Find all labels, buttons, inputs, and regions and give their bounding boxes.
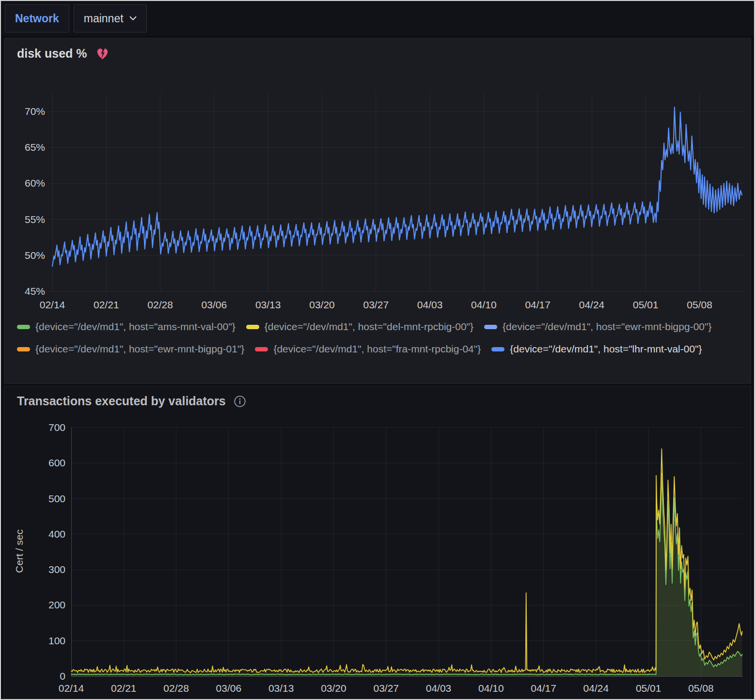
svg-text:02/21: 02/21 <box>94 299 119 310</box>
transactions-chart: 010020030040050060070002/1402/2102/2803/… <box>4 415 752 700</box>
svg-text:70%: 70% <box>25 106 45 117</box>
info-icon[interactable] <box>234 395 246 408</box>
svg-text:300: 300 <box>48 564 65 575</box>
network-variable-label: Network <box>5 4 69 32</box>
x-tick-labels: 02/1402/2102/2803/0603/1303/2003/2704/03… <box>40 299 712 310</box>
svg-text:02/14: 02/14 <box>40 299 65 310</box>
svg-text:65%: 65% <box>25 142 45 153</box>
legend-label: {device="/dev/md1", host="ewr-mnt-bigpg-… <box>503 321 711 333</box>
series-area <box>71 473 742 676</box>
legend-item[interactable]: {device="/dev/md1", host="ewr-mnt-bigpg-… <box>484 316 711 338</box>
svg-text:45%: 45% <box>25 286 45 297</box>
svg-text:03/27: 03/27 <box>373 683 399 694</box>
svg-text:60%: 60% <box>25 177 45 189</box>
broken-heart-icon <box>95 46 110 61</box>
svg-text:04/10: 04/10 <box>471 299 497 310</box>
svg-text:03/06: 03/06 <box>202 299 227 310</box>
y-tick-labels: 45%50%55%60%65%70% <box>25 106 45 297</box>
network-value-text: mainnet <box>84 12 124 25</box>
x-grid <box>52 93 700 291</box>
svg-text:50%: 50% <box>25 250 45 261</box>
svg-text:02/21: 02/21 <box>111 683 137 694</box>
svg-text:03/20: 03/20 <box>309 299 335 310</box>
legend-item[interactable]: {device="/dev/md1", host="del-mnt-rpcbig… <box>246 316 473 338</box>
toolbar: Network mainnet <box>1 1 754 36</box>
disk-used-legend: {device="/dev/md1", host="ams-mnt-val-00… <box>17 316 741 360</box>
legend-swatch-icon <box>17 325 30 329</box>
axis-lines <box>71 428 743 676</box>
svg-text:03/20: 03/20 <box>321 683 346 694</box>
panel-disk-used-header: disk used % <box>17 46 110 61</box>
disk-used-chart: 45%50%55%60%65%70%02/1402/2102/2803/0603… <box>4 84 752 314</box>
svg-text:04/24: 04/24 <box>583 683 609 694</box>
legend-label: {device="/dev/md1", host="del-mnt-rpcbig… <box>265 321 473 333</box>
y-axis-label: Cert / sec <box>14 529 25 573</box>
svg-text:04/24: 04/24 <box>579 299 605 310</box>
legend-label: {device="/dev/md1", host="fra-mnt-rpcbig… <box>273 343 481 355</box>
svg-text:05/08: 05/08 <box>688 683 714 694</box>
panel-disk-used: disk used % 45%50%55%60%65%70%02/1402/21… <box>4 38 751 384</box>
series-area <box>71 449 742 676</box>
svg-text:03/27: 03/27 <box>363 299 389 310</box>
svg-text:03/13: 03/13 <box>255 299 281 310</box>
svg-text:0: 0 <box>60 670 65 682</box>
y-tick-labels: 0100200300400500600700 <box>48 422 65 682</box>
svg-text:02/28: 02/28 <box>147 299 173 310</box>
svg-text:05/01: 05/01 <box>636 683 661 694</box>
grafana-dashboard: Network mainnet disk used % 45%50%55%60%… <box>0 0 755 700</box>
svg-text:100: 100 <box>48 635 65 646</box>
legend-swatch-icon <box>17 347 30 351</box>
series-line <box>52 107 742 266</box>
legend-swatch-icon <box>491 347 504 351</box>
svg-text:04/17: 04/17 <box>531 683 556 694</box>
svg-text:04/10: 04/10 <box>478 683 504 694</box>
svg-text:600: 600 <box>48 457 65 468</box>
svg-text:02/28: 02/28 <box>163 683 189 694</box>
svg-text:200: 200 <box>48 599 65 610</box>
svg-text:05/08: 05/08 <box>687 299 712 310</box>
series-line <box>71 449 742 672</box>
legend-item[interactable]: {device="/dev/md1", host="lhr-mnt-val-00… <box>491 338 702 360</box>
legend-item[interactable]: {device="/dev/md1", host="fra-mnt-rpcbig… <box>255 338 481 360</box>
y-grid <box>50 111 745 291</box>
svg-text:700: 700 <box>48 422 65 433</box>
y-grid <box>71 428 743 676</box>
legend-swatch-icon <box>255 347 268 351</box>
svg-text:05/01: 05/01 <box>633 299 659 310</box>
series-line <box>71 473 742 675</box>
svg-text:02/14: 02/14 <box>59 683 84 694</box>
x-tick-labels: 02/1402/2102/2803/0603/1303/2003/2704/03… <box>59 683 714 694</box>
svg-text:04/17: 04/17 <box>525 299 551 310</box>
svg-text:03/06: 03/06 <box>216 683 242 694</box>
legend-label: {device="/dev/md1", host="lhr-mnt-val-00… <box>510 343 702 355</box>
legend-item[interactable]: {device="/dev/md1", host="ams-mnt-val-00… <box>17 316 236 338</box>
legend-item[interactable]: {device="/dev/md1", host="ewr-mnt-bigpg-… <box>17 338 244 360</box>
x-grid <box>71 428 701 676</box>
legend-swatch-icon <box>484 325 497 329</box>
legend-swatch-icon <box>246 325 259 329</box>
svg-text:04/03: 04/03 <box>417 299 443 310</box>
svg-text:500: 500 <box>48 493 65 504</box>
svg-text:55%: 55% <box>25 214 45 225</box>
panel-transactions: Transactions executed by validators 0100… <box>4 386 751 700</box>
legend-label: {device="/dev/md1", host="ewr-mnt-bigpg-… <box>35 343 244 355</box>
chevron-down-icon <box>129 16 137 21</box>
svg-text:04/03: 04/03 <box>426 683 452 694</box>
panel-title-transactions[interactable]: Transactions executed by validators <box>17 394 226 408</box>
legend-label: {device="/dev/md1", host="ams-mnt-val-00… <box>35 321 236 333</box>
network-variable-select[interactable]: mainnet <box>74 4 147 32</box>
svg-text:400: 400 <box>48 528 65 540</box>
panel-transactions-header: Transactions executed by validators <box>17 394 246 408</box>
panel-title-disk-used[interactable]: disk used % <box>17 47 87 61</box>
svg-text:03/13: 03/13 <box>268 683 294 694</box>
network-label-text: Network <box>15 12 59 25</box>
